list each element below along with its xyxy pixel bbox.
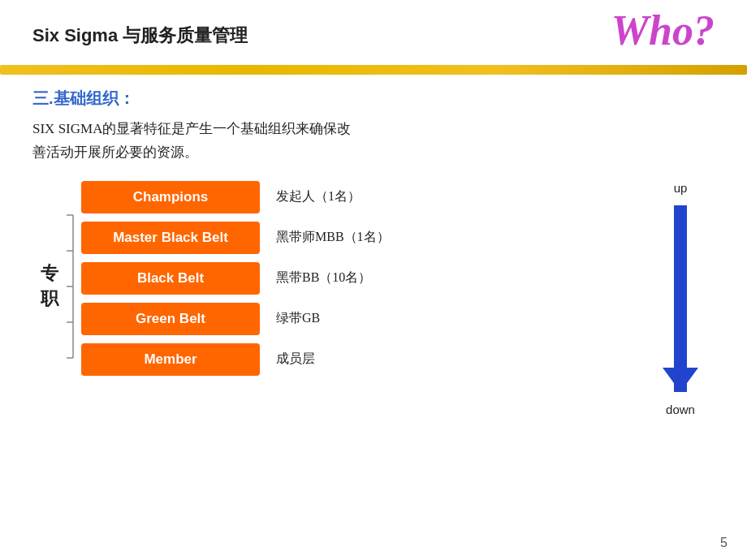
org-label-0: 发起人（1名） (276, 181, 390, 213)
header: Six Sigma 与服务质量管理 Who? (0, 0, 747, 65)
who-label: Who? (611, 10, 715, 52)
description: SIX SIGMA的显著特征是产生一个基础组织来确保改 善活动开展所必要的资源。 (32, 118, 715, 165)
org-box-0: Champions (81, 181, 260, 213)
direction-arrow (663, 195, 698, 403)
page-number: 5 (720, 536, 728, 550)
svg-rect-6 (674, 205, 687, 392)
arrow-down-label: down (666, 403, 695, 416)
arrow-column: up down (663, 181, 698, 416)
bracket (58, 197, 75, 376)
zhuanzhi-label: 专 职 (41, 197, 58, 376)
org-box-2: Black Belt (81, 262, 260, 295)
org-box-3: Green Belt (81, 303, 260, 335)
section-title: 三.基础组织： (32, 88, 715, 110)
org-label-4: 成员层 (276, 343, 390, 376)
arrow-up-label: up (674, 181, 688, 195)
svg-marker-7 (663, 368, 698, 392)
org-chart: 专 职 ChampionsMaster Black BeltBlack Belt… (41, 181, 715, 416)
content-area: 三.基础组织： SIX SIGMA的显著特征是产生一个基础组织来确保改 善活动开… (0, 88, 747, 416)
org-label-2: 黑带BB（10名） (276, 262, 390, 295)
org-box-4: Member (81, 343, 260, 376)
org-box-1: Master Black Belt (81, 222, 260, 254)
org-label-1: 黑带师MBB（1名） (276, 222, 390, 254)
boxes-column: ChampionsMaster Black BeltBlack BeltGree… (81, 181, 260, 376)
labels-column: 发起人（1名）黑带师MBB（1名）黑带BB（10名）绿带GB成员层 (276, 181, 390, 376)
page-title: Six Sigma 与服务质量管理 (32, 24, 248, 48)
org-label-3: 绿带GB (276, 303, 390, 335)
yellow-divider (0, 65, 747, 75)
